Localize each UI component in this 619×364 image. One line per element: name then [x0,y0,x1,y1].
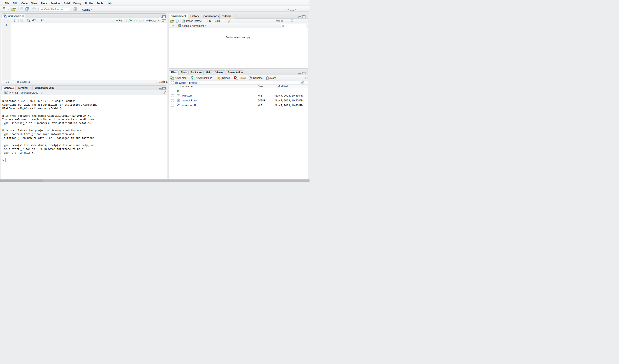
svg-text:R: R [4,15,5,17]
svg-text:R: R [177,104,178,106]
svg-text:R: R [302,82,304,84]
svg-text:R: R [178,99,179,101]
svg-text:R: R [5,91,7,94]
